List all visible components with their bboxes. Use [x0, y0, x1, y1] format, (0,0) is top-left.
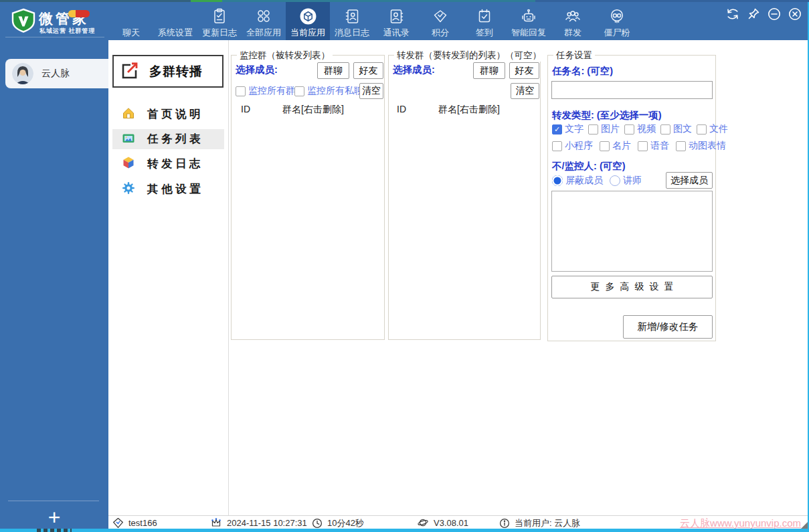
type-image-checkbox[interactable]: 图片 — [588, 123, 620, 135]
checkbox-icon — [697, 124, 707, 135]
monitor-group-chat-button[interactable]: 群聊 — [317, 62, 349, 79]
shield-logo-icon — [11, 8, 36, 39]
skull-icon — [608, 6, 626, 26]
checkbox-checked-icon: ✓ — [552, 124, 562, 135]
tab-system-settings[interactable]: 系统设置 — [153, 2, 197, 40]
status-duration: 10分42秒 — [312, 517, 364, 529]
checkbox-icon — [660, 124, 670, 135]
tab-broadcast[interactable]: 群发 — [551, 2, 595, 40]
tab-contacts[interactable]: 通讯录 — [374, 2, 418, 40]
forward-type-row-1: ✓ 文字 图片 视频 图文 文件 — [552, 123, 714, 135]
type-file-checkbox[interactable]: 文件 — [697, 123, 728, 135]
group-send-icon — [564, 6, 581, 26]
task-name-input[interactable] — [551, 81, 713, 99]
status-version: V3.08.01 — [417, 517, 468, 528]
pin-icon[interactable] — [746, 7, 761, 21]
changelog-icon — [211, 6, 228, 26]
task-name-label: 任务名: (可空) — [552, 65, 613, 78]
checkbox-icon — [676, 141, 686, 151]
brand-subtitle: 私域运营 社群管理 — [39, 27, 96, 35]
gem-icon — [112, 517, 124, 529]
forward-type-label: 转发类型: (至少选择一项) — [552, 109, 662, 122]
task-panel-title: 任务设置 — [553, 50, 595, 62]
type-voice-checkbox[interactable]: 语音 — [638, 140, 669, 152]
radio-selected-icon — [552, 175, 563, 186]
blocked-member-list[interactable] — [551, 191, 713, 272]
points-icon — [432, 6, 449, 26]
tab-current-app[interactable]: 当前应用 — [286, 2, 330, 40]
type-miniprogram-checkbox[interactable]: 小程序 — [552, 140, 593, 152]
type-imagetext-checkbox[interactable]: 图文 — [660, 123, 692, 135]
forward-col-name: 群名[右击删除] — [438, 104, 500, 116]
monitor-all-groups-checkbox[interactable]: 监控所有群 — [236, 85, 295, 97]
tab-message-log[interactable]: 消息日志 — [330, 2, 374, 40]
tab-all-apps[interactable]: 全部应用 — [242, 2, 286, 40]
robot-icon — [520, 6, 537, 26]
forward-clear-button[interactable]: 清空 — [511, 83, 539, 99]
clipped-text-artifact — [37, 529, 72, 532]
tab-zombie-fans[interactable]: 僵尸粉 — [595, 2, 639, 40]
forward-group-panel: 转发群（要转发到的列表）（可空） 选择成员: 群聊 好友 清空 ID 群名[右击… — [388, 55, 541, 340]
tab-chat[interactable]: 聊天 — [109, 2, 153, 40]
type-sticker-checkbox[interactable]: 动图表情 — [676, 140, 726, 152]
monitor-select-label: 选择成员: — [236, 64, 278, 76]
main-nav: 聊天 系统设置 更新日志 — [109, 2, 639, 40]
forward-group-list[interactable] — [390, 118, 539, 338]
top-toolbar: 微管家 私域运营 社群管理 聊天 系统设置 更新日志 — [0, 2, 809, 40]
menu-item-task-list[interactable]: 任务列表 — [112, 129, 224, 149]
export-arrow-icon — [120, 60, 140, 83]
monitor-all-private-checkbox[interactable]: 监控所有私聊 — [294, 85, 363, 97]
tab-checkin[interactable]: 签到 — [462, 2, 507, 40]
tab-points[interactable]: 积分 — [418, 2, 462, 40]
forward-col-id: ID — [397, 104, 406, 114]
forward-group-chat-button[interactable]: 群聊 — [473, 62, 505, 79]
current-app-icon — [299, 6, 317, 26]
radio-icon — [610, 175, 620, 186]
checkbox-icon — [236, 86, 246, 96]
forward-friend-button[interactable]: 好友 — [509, 62, 539, 79]
app-logo: 微管家 私域运营 社群管理 — [9, 6, 110, 38]
tab-changelog[interactable]: 更新日志 — [197, 2, 242, 40]
menu-item-forward-log[interactable]: 转发日志 — [112, 154, 224, 174]
checkbox-icon — [588, 124, 598, 135]
radio-block-members[interactable]: 屏蔽成员 — [552, 175, 603, 187]
tab-auto-reply[interactable]: 智能回复 — [507, 2, 551, 40]
monitor-friend-button[interactable]: 好友 — [353, 62, 383, 79]
menu-item-other-settings[interactable]: 其他设置 — [112, 179, 224, 199]
advanced-settings-button[interactable]: 更多高级设置 — [551, 276, 713, 298]
type-video-checkbox[interactable]: 视频 — [624, 123, 656, 135]
user-name: 云人脉 — [41, 68, 70, 80]
monitor-clear-button[interactable]: 清空 — [359, 83, 383, 99]
type-card-checkbox[interactable]: 名片 — [600, 140, 631, 152]
window-controls — [725, 7, 802, 21]
select-member-button[interactable]: 选择成员 — [666, 172, 713, 189]
status-current-user: 当前用户: 云人脉 — [499, 517, 580, 529]
task-list-icon — [122, 131, 135, 147]
sidebar-divider — [8, 501, 99, 501]
user-card[interactable]: 云人脉 — [5, 59, 108, 88]
monitor-col-name: 群名[右击删除] — [282, 104, 344, 116]
add-modify-task-button[interactable]: 新增/修改任务 — [623, 315, 713, 339]
close-icon[interactable] — [788, 7, 802, 21]
refresh-icon[interactable] — [725, 7, 740, 21]
monitor-person-label: 不/监控人: (可空) — [552, 160, 626, 173]
status-datetime: 2024-11-15 10:27:31 — [210, 517, 307, 528]
add-account-button[interactable]: + — [0, 505, 108, 530]
clock-icon — [312, 518, 323, 529]
monitor-group-panel: 监控群（被转发列表） 选择成员: 群聊 好友 监控所有群 监控所有私聊 清空 I… — [231, 55, 385, 340]
type-text-checkbox[interactable]: ✓ 文字 — [552, 123, 583, 135]
forward-log-icon — [122, 156, 135, 172]
account-sidebar: 云人脉 + — [0, 40, 108, 529]
monitor-group-list[interactable] — [233, 118, 383, 338]
logo-badge — [68, 10, 90, 17]
task-settings-panel: 任务设置 任务名: (可空) 转发类型: (至少选择一项) ✓ 文字 图片 视频… — [547, 55, 716, 341]
radio-lecturer[interactable]: 讲师 — [610, 175, 642, 187]
forward-panel-title: 转发群（要转发到的列表）（可空） — [394, 50, 544, 62]
minimize-icon[interactable] — [767, 7, 782, 21]
app-title: 多群转播 — [149, 63, 203, 80]
status-bar: test166 2024-11-15 10:27:31 10分42秒 V3.08… — [108, 515, 809, 529]
status-account: test166 — [112, 517, 157, 529]
menu-item-home[interactable]: 首页说明 — [112, 104, 224, 124]
checkbox-icon — [552, 141, 562, 151]
checkbox-icon — [638, 141, 648, 151]
